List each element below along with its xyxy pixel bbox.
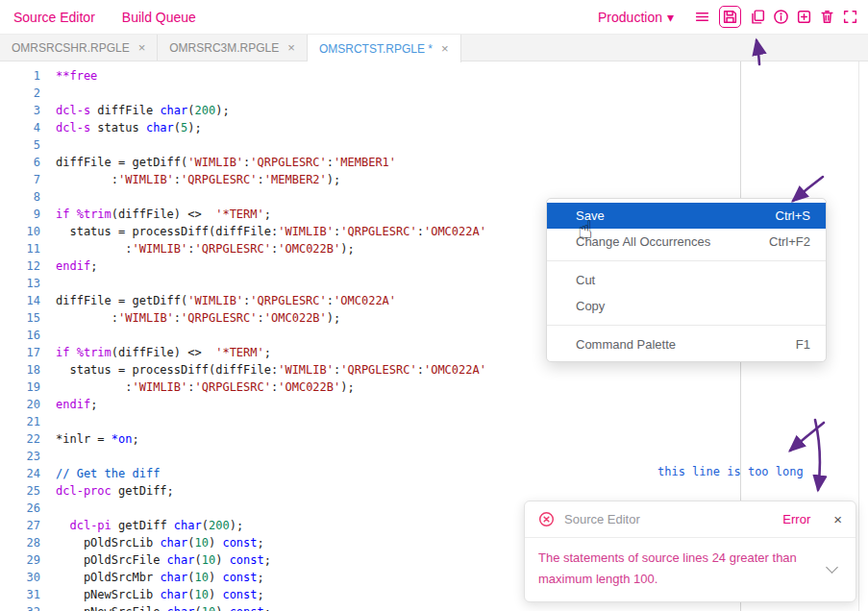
menu-item-shortcut: Ctrl+F2 [769,234,810,249]
tab-OMSRCTST.RPGLE[interactable]: OMSRCTST.RPGLE *× [308,35,461,62]
tab-label: OMRSRCSHR.RPGLE [12,41,130,55]
menu-icon[interactable] [694,9,710,25]
code-line[interactable]: dcl-s status char(5); [56,119,486,136]
editor-edge [858,61,859,611]
code-line[interactable]: endif; [56,396,486,413]
code-line[interactable]: status = processDiff(diffFile:'WIMLIB':'… [56,361,486,379]
error-icon [538,511,555,527]
code-line[interactable]: diffFile = getDiff('WIMLIB':'QRPGLESRC':… [56,154,486,171]
tab-close-icon[interactable]: × [287,41,295,54]
code-line[interactable] [56,500,486,517]
code-line[interactable]: pNewSrcLib char(10) const; [56,586,486,603]
line-number: 1 [0,67,40,85]
line-number: 14 [0,292,40,309]
line-number: 3 [0,102,40,119]
code-line[interactable]: diffFile = getDiff('WIMLIB':'QRPGLESRC':… [56,292,486,309]
line-number: 32 [0,603,40,611]
line-number: 8 [0,188,40,206]
annotation-line-too-long: this line is too long [657,465,804,478]
tab-bar: OMRSRCSHR.RPGLE×OMRSRC3M.RPGLE×OMSRCTST.… [0,35,868,61]
info-icon[interactable] [773,9,789,25]
environment-dropdown[interactable]: Production ▾ [598,10,674,25]
line-number: 7 [0,171,40,188]
line-number: 5 [0,136,40,154]
line-number: 21 [0,413,40,430]
nav-build-queue[interactable]: Build Queue [122,10,196,25]
error-toast: Source Editor Error × The statements of … [524,501,856,602]
code-line[interactable] [56,136,486,154]
menu-item-label: Cut [576,273,595,287]
menu-item-save[interactable]: SaveCtrl+S [547,203,826,229]
save-icon[interactable] [719,6,741,28]
line-number: 20 [0,396,40,413]
line-number: 25 [0,482,40,500]
code-line[interactable] [56,85,486,102]
main-nav: Source Editor Build Queue [13,10,196,25]
code-line[interactable]: :'WIMLIB':'QRPGLESRC':'OMC022B'); [56,379,486,396]
menu-item-command-palette[interactable]: Command PaletteF1 [547,331,826,357]
close-icon[interactable]: × [833,511,842,527]
code-line[interactable] [56,413,486,430]
code-line[interactable]: pOldSrcLib char(10) const; [56,534,486,551]
nav-source-editor[interactable]: Source Editor [13,10,95,25]
line-number: 6 [0,154,40,171]
code-line[interactable]: dcl-proc getDiff; [56,482,486,500]
line-number: 29 [0,551,40,569]
code-line[interactable]: :'WIMLIB':'QRPGLESRC':'OMC022B'); [56,240,486,257]
line-number: 17 [0,344,40,361]
code-line[interactable]: dcl-pi getDiff char(200); [56,517,486,534]
delete-icon[interactable] [819,9,835,25]
code-line[interactable]: if %trim(diffFile) <> '*TERM'; [56,344,486,361]
code-line[interactable] [56,448,486,465]
tab-OMRSRC3M.RPGLE[interactable]: OMRSRC3M.RPGLE× [158,35,308,61]
code-line[interactable]: pNewSrcFile char(10) const; [56,603,486,611]
toast-message: The statements of source lines 24 greate… [538,550,797,586]
code-line[interactable]: :'WIMLIB':'QRPGLESRC':'OMC022B'); [56,309,486,327]
line-number: 28 [0,534,40,551]
menu-item-label: Change All Occurrences [576,234,710,249]
line-number: 4 [0,119,40,136]
menu-item-label: Command Palette [576,337,676,352]
menu-item-copy[interactable]: Copy [547,293,826,319]
toast-header: Source Editor Error × [525,501,856,538]
caret-down-icon: ▾ [667,10,674,25]
line-number: 23 [0,448,40,465]
code-line[interactable]: if %trim(diffFile) <> '*TERM'; [56,206,486,223]
code-lines[interactable]: **freedcl-s diffFile char(200);dcl-s sta… [56,67,486,611]
line-number: 15 [0,309,40,327]
code-line[interactable]: endif; [56,257,486,275]
code-line[interactable]: dcl-s diffFile char(200); [56,102,486,119]
toast-severity-link[interactable]: Error [782,512,810,526]
line-number: 13 [0,275,40,292]
context-menu: SaveCtrl+SChange All OccurrencesCtrl+F2C… [546,198,827,362]
tab-label: OMRSRC3M.RPGLE [169,41,279,55]
line-number: 10 [0,223,40,240]
line-number: 27 [0,517,40,534]
code-line[interactable]: // Get the diff [56,465,486,482]
code-line[interactable]: *inlr = *on; [56,430,486,448]
code-line[interactable]: **free [56,67,486,85]
add-icon[interactable] [796,9,812,25]
code-line[interactable]: pOldSrcFile char(10) const; [56,551,486,569]
code-line[interactable] [56,275,486,292]
code-line[interactable] [56,327,486,344]
code-line[interactable] [56,188,486,206]
menu-item-change-all-occurrences[interactable]: Change All OccurrencesCtrl+F2 [547,229,826,255]
menu-item-label: Copy [576,299,605,313]
menu-item-cut[interactable]: Cut [547,267,826,293]
tab-OMRSRCSHR.RPGLE[interactable]: OMRSRCSHR.RPGLE× [0,35,158,61]
fullscreen-icon[interactable] [842,9,858,25]
code-line[interactable]: status = processDiff(diffFile:'WIMLIB':'… [56,223,486,240]
tab-label: OMSRCTST.RPGLE * [319,42,433,56]
code-line[interactable]: pOldSrcMbr char(10) const; [56,569,486,586]
line-number: 2 [0,85,40,102]
chevron-down-icon[interactable] [826,561,838,574]
menu-item-shortcut: Ctrl+S [776,208,810,223]
line-number: 26 [0,500,40,517]
environment-label: Production [598,10,662,25]
tab-close-icon[interactable]: × [138,41,146,54]
tab-close-icon[interactable]: × [441,42,449,55]
line-number: 12 [0,257,40,275]
save-all-icon[interactable] [750,9,766,25]
code-line[interactable]: :'WIMLIB':'QRPGLESRC':'MEMBER2'); [56,171,486,188]
